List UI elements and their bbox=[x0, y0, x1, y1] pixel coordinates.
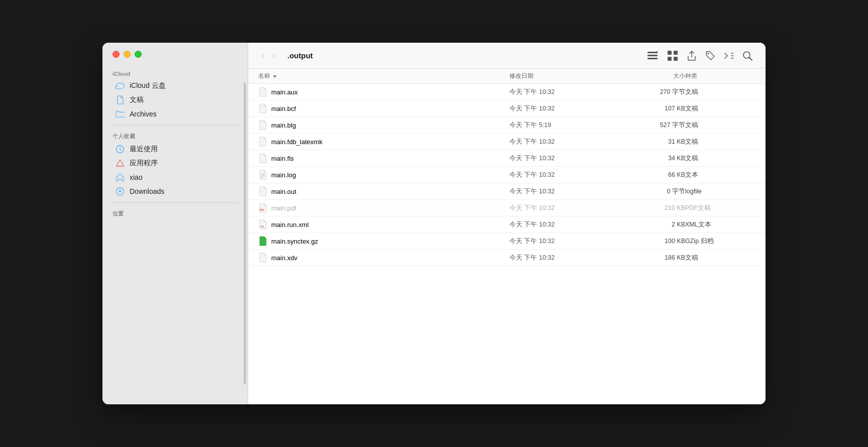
file-name-text: main.blg bbox=[271, 122, 296, 129]
file-size: 186 KB bbox=[620, 254, 685, 261]
file-date: 今天 下午 10:32 bbox=[509, 88, 620, 96]
svg-rect-4 bbox=[647, 58, 658, 59]
window-content: iCloud iCloud 云盘 文稿 bbox=[102, 43, 766, 404]
sidebar-item-icloud-drive[interactable]: iCloud 云盘 bbox=[105, 79, 245, 93]
file-date: 今天 下午 10:32 bbox=[509, 154, 620, 163]
file-name: main.fdb_latexmk bbox=[258, 136, 509, 147]
svg-rect-2 bbox=[647, 52, 658, 53]
location-section-label: 位置 bbox=[102, 207, 248, 219]
file-name: main.blg bbox=[258, 120, 509, 131]
file-name-text: main.aux bbox=[271, 88, 298, 96]
file-date: 今天 下午 10:32 bbox=[509, 104, 620, 113]
file-name: PDF main.pdf bbox=[258, 202, 509, 213]
table-row[interactable]: main.blg 今天 下午 5:19 527 字节 文稿 bbox=[248, 117, 766, 134]
file-name-text: main.fdb_latexmk bbox=[271, 138, 322, 146]
svg-rect-5 bbox=[668, 51, 672, 55]
downloads-label: Downloads bbox=[130, 187, 164, 195]
file-icon: XML bbox=[258, 219, 267, 230]
file-name-text: main.log bbox=[271, 171, 296, 179]
file-kind: 文稿 bbox=[685, 121, 755, 130]
sidebar-scrollbar[interactable] bbox=[244, 83, 246, 384]
file-size: 527 字节 bbox=[620, 121, 685, 130]
grid-view-button[interactable] bbox=[664, 48, 681, 63]
share-button[interactable] bbox=[684, 48, 699, 63]
clock-icon bbox=[116, 145, 125, 154]
table-row[interactable]: main.out 今天 下午 10:32 0 字节 logfile bbox=[248, 183, 766, 200]
minimize-button[interactable] bbox=[124, 51, 131, 58]
apps-icon bbox=[116, 159, 125, 168]
cloud-icon bbox=[116, 81, 125, 90]
file-name-text: main.out bbox=[271, 188, 296, 195]
list-view-button[interactable] bbox=[644, 49, 661, 62]
file-size: 31 KB bbox=[620, 138, 685, 145]
back-button[interactable]: ‹ bbox=[258, 48, 267, 63]
fullscreen-button[interactable] bbox=[135, 51, 142, 58]
file-kind: 文稿 bbox=[685, 154, 755, 163]
table-row[interactable]: main.fdb_latexmk 今天 下午 10:32 31 KB 文稿 bbox=[248, 134, 766, 150]
file-size: 66 KB bbox=[620, 171, 685, 178]
file-size: 0 字节 bbox=[620, 187, 685, 196]
forward-button[interactable]: › bbox=[269, 48, 278, 63]
sidebar: iCloud iCloud 云盘 文稿 bbox=[102, 43, 248, 404]
file-kind: PDF文稿 bbox=[685, 204, 755, 212]
toolbar-icons bbox=[644, 48, 755, 63]
icloud-drive-label: iCloud 云盘 bbox=[130, 81, 166, 90]
sidebar-item-archives[interactable]: Archives bbox=[105, 107, 245, 121]
table-row[interactable]: main.aux 今天 下午 10:32 270 字节 文稿 bbox=[248, 84, 766, 100]
sidebar-item-documents[interactable]: 文稿 bbox=[105, 93, 245, 107]
table-row[interactable]: main.log 今天 下午 10:32 66 KB 文本 bbox=[248, 167, 766, 183]
file-icon bbox=[258, 136, 267, 147]
sidebar-item-recents[interactable]: 最近使用 bbox=[105, 142, 245, 156]
file-kind: 文稿 bbox=[685, 104, 755, 113]
xiao-label: xiao bbox=[130, 173, 143, 181]
file-name-text: main.pdf bbox=[271, 204, 296, 212]
sidebar-item-applications[interactable]: 应用程序 bbox=[105, 156, 245, 170]
table-row[interactable]: main.xdv 今天 下午 10:32 186 KB 文稿 bbox=[248, 250, 766, 266]
download-icon bbox=[116, 187, 125, 196]
table-row[interactable]: XML main.run.xml 今天 下午 10:32 2 KB XML文本 bbox=[248, 216, 766, 233]
file-name-text: main.synctex.gz bbox=[271, 238, 318, 245]
table-row[interactable]: main.fls 今天 下午 10:32 34 KB 文稿 bbox=[248, 150, 766, 167]
sidebar-item-downloads[interactable]: Downloads bbox=[105, 184, 245, 198]
header-date[interactable]: 修改日期 bbox=[509, 72, 620, 80]
table-row[interactable]: main.synctex.gz 今天 下午 10:32 100 KB GZip … bbox=[248, 233, 766, 250]
file-name: main.fls bbox=[258, 153, 509, 164]
file-list-header: 名称 修改日期 大小 种类 bbox=[248, 69, 766, 84]
file-size: 270 字节 bbox=[620, 88, 685, 96]
search-button[interactable] bbox=[739, 49, 755, 63]
file-size: 2 KB bbox=[620, 221, 685, 228]
tag-button[interactable] bbox=[702, 49, 718, 63]
file-name: main.bcf bbox=[258, 103, 509, 114]
nav-buttons: ‹ › bbox=[258, 48, 278, 63]
file-kind: XML文本 bbox=[685, 220, 755, 229]
folder-icon bbox=[116, 109, 125, 119]
table-row[interactable]: main.bcf 今天 下午 10:32 107 KB 文稿 bbox=[248, 100, 766, 117]
svg-point-9 bbox=[708, 53, 709, 54]
page-title: .output bbox=[287, 51, 313, 60]
file-date: 今天 下午 10:32 bbox=[509, 187, 620, 196]
file-kind: logfile bbox=[685, 188, 755, 195]
header-name[interactable]: 名称 bbox=[258, 72, 509, 80]
header-size[interactable]: 大小 bbox=[620, 72, 685, 80]
more-button[interactable] bbox=[721, 50, 736, 61]
archives-label: Archives bbox=[130, 110, 157, 118]
file-date: 今天 下午 10:32 bbox=[509, 171, 620, 179]
file-size: 100 KB bbox=[620, 238, 685, 245]
sort-icon bbox=[272, 74, 277, 79]
file-size: 34 KB bbox=[620, 155, 685, 162]
file-date: 今天 下午 10:32 bbox=[509, 254, 620, 262]
file-icon bbox=[258, 252, 267, 263]
file-icon bbox=[258, 186, 267, 197]
sidebar-item-xiao[interactable]: xiao bbox=[105, 170, 245, 184]
file-name: main.aux bbox=[258, 86, 509, 97]
finder-window: iCloud iCloud 云盘 文稿 bbox=[102, 43, 766, 404]
svg-rect-8 bbox=[674, 57, 678, 61]
doc-icon bbox=[116, 95, 125, 104]
close-button[interactable] bbox=[113, 51, 120, 58]
header-kind[interactable]: 种类 bbox=[685, 72, 755, 80]
table-row[interactable]: PDF main.pdf 今天 下午 10:32 210 KB PDF文稿 bbox=[248, 200, 766, 216]
file-rows-container: main.aux 今天 下午 10:32 270 字节 文稿 main.bcf … bbox=[248, 84, 766, 266]
file-icon bbox=[258, 169, 267, 180]
svg-rect-7 bbox=[668, 57, 672, 61]
personal-section-label: 个人收藏 bbox=[102, 130, 248, 142]
